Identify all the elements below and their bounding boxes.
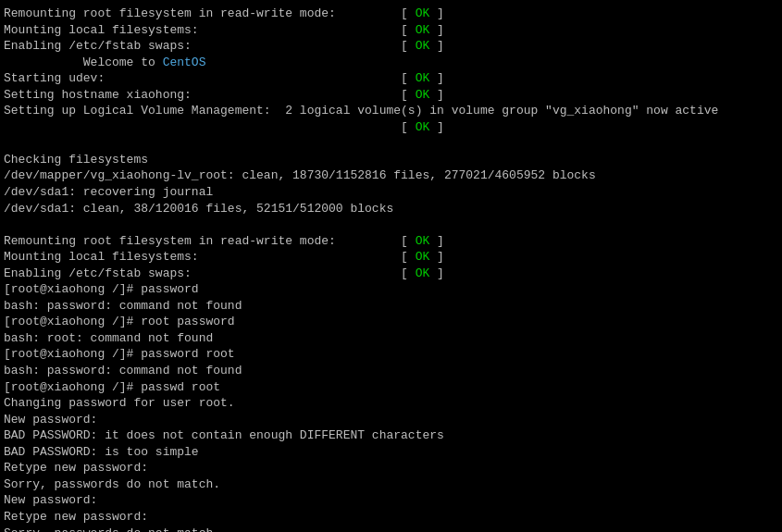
line-10: /dev/sda1: clean, 38/120016 files, 52151… <box>4 201 778 217</box>
terminal: Remounting root filesystem in read-write… <box>4 6 778 526</box>
line-8: /dev/mapper/vg_xiaohong-lv_root: clean, … <box>4 167 778 184</box>
line-14: bash: password: command not found <box>4 298 778 315</box>
ok-6: OK <box>416 120 430 134</box>
ok-4: OK <box>416 71 430 85</box>
line-cmd-1: [root@xiaohong /]# password <box>4 281 778 298</box>
line-24: Retype new password: <box>4 509 778 526</box>
line-19: BAD PASSWORD: it does not contain enough… <box>4 427 778 444</box>
empty-2 <box>4 217 778 233</box>
ok-13: OK <box>416 266 430 280</box>
line-5: Setting hostname xiaohong: [ OK ] <box>4 87 778 104</box>
line-cmd-2: [root@xiaohong /]# root password <box>4 314 778 330</box>
line-3: Enabling /etc/fstab swaps: [ OK ] <box>4 38 778 55</box>
line-23: New password: <box>4 492 778 509</box>
line-1: Remounting root filesystem in read-write… <box>4 6 778 22</box>
ok-2: OK <box>416 23 430 37</box>
ok-1: OK <box>416 6 430 20</box>
line-cmd-3: [root@xiaohong /]# password root <box>4 346 778 363</box>
ok-3: OK <box>416 39 430 53</box>
line-25: Sorry, passwords do not match. <box>4 526 778 533</box>
line-4: Starting udev: [ OK ] <box>4 70 778 87</box>
line-18: New password: <box>4 412 778 428</box>
line-cmd-4: [root@xiaohong /]# passwd root <box>4 379 778 396</box>
line-7: Checking filesystems <box>4 152 778 168</box>
line-11: Remounting root filesystem in read-write… <box>4 233 778 250</box>
line-12: Mounting local filesystems: [ OK ] <box>4 249 778 266</box>
line-13: Enabling /etc/fstab swaps: [ OK ] <box>4 266 778 282</box>
ok-11: OK <box>416 234 430 248</box>
ok-12: OK <box>416 250 430 264</box>
line-9: /dev/sda1: recovering journal <box>4 184 778 201</box>
line-16: bash: password: command not found <box>4 363 778 379</box>
line-welcome: Welcome to CentOS <box>4 55 778 71</box>
line-21: Retype new password: <box>4 460 778 476</box>
ok-5: OK <box>416 88 430 102</box>
line-22: Sorry, passwords do not match. <box>4 476 778 493</box>
line-17: Changing password for user root. <box>4 395 778 412</box>
line-15: bash: root: command not found <box>4 330 778 347</box>
line-6: Setting up Logical Volume Management: 2 … <box>4 103 778 119</box>
line-20: BAD PASSWORD: is too simple <box>4 444 778 461</box>
empty-1 <box>4 135 778 152</box>
line-2: Mounting local filesystems: [ OK ] <box>4 22 778 39</box>
centos-label: CentOS <box>163 56 206 69</box>
line-6b: [ OK ] <box>4 119 778 136</box>
